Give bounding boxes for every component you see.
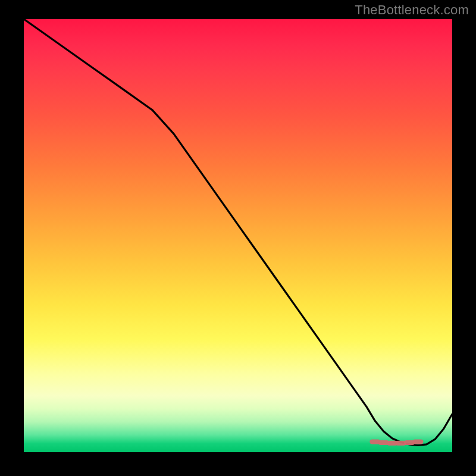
bottleneck-curve xyxy=(24,19,452,445)
plot-area xyxy=(24,19,452,452)
trough-marker xyxy=(412,440,423,444)
plot-svg xyxy=(24,19,452,452)
attribution-text: TheBottleneck.com xyxy=(355,2,469,18)
chart-frame: TheBottleneck.com xyxy=(0,0,476,476)
